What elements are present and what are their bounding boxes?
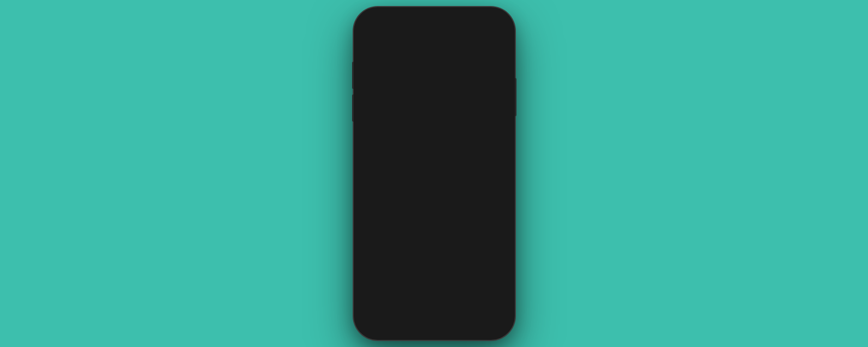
download-icon: ⬇ — [445, 160, 450, 166]
yt-logo: YouTube — [366, 20, 441, 29]
buzzfeed-avatar[interactable]: V — [365, 267, 381, 284]
svg-line-2 — [480, 26, 483, 28]
ad-rating-row: Ad 4.7 ★★★★½ FREE — [385, 142, 492, 148]
video-more-icon[interactable]: ⋮ — [496, 267, 504, 276]
instagram-icon — [365, 127, 381, 143]
install-button[interactable]: INSTALL ⬇ — [365, 156, 504, 171]
cop-body — [373, 208, 400, 263]
cop-figure — [367, 192, 406, 263]
heart-icon: ♥ — [427, 75, 441, 99]
ad-more-icon[interactable]: ⋮ — [496, 127, 504, 135]
whos-high-text: WHO'S HIGH? — [465, 210, 501, 232]
video-thumbnail[interactable]: WHO'S HIGH? 9:42 — [359, 178, 509, 263]
nav-subscriptions[interactable]: ☰ Subscriptions — [449, 308, 479, 324]
subscriptions-label: Subscriptions — [451, 319, 477, 324]
shorts-icon: ⚡ — [399, 308, 409, 318]
chip-explore-label: Explore — [377, 39, 395, 45]
yt-logo-icon — [366, 20, 379, 29]
svg-point-1 — [475, 21, 481, 27]
nav-add[interactable]: + — [419, 310, 449, 322]
install-btn-container: INSTALL ⬇ — [359, 153, 509, 178]
phone-wrapper: YouTube — [354, 7, 515, 340]
bystander-1 — [441, 198, 460, 263]
library-label: Library — [487, 319, 501, 324]
library-icon: ▤ — [490, 308, 498, 318]
cop-head — [376, 189, 397, 211]
chip-game-shows[interactable]: Game shows — [425, 37, 467, 48]
ad-rating-text: 4.7 — [396, 142, 402, 148]
home-label: Home — [368, 319, 379, 324]
search-icon[interactable] — [473, 19, 484, 30]
nav-home[interactable]: ⌂ Home — [359, 308, 389, 324]
bystander-1-body — [443, 214, 457, 263]
yt-scroll: ♥ ▐▐ 0:03 Crea un perfil hoy | Instagram… — [359, 51, 509, 304]
filter-bar: Explore All Game shows Wood — [359, 34, 509, 51]
ad-duration-badge: 0:03 — [493, 113, 506, 119]
shorts-label: Shorts — [397, 319, 410, 324]
bottom-nav: ⌂ Home ⚡ Shorts + ☰ Subscriptions ▤ Libr… — [359, 304, 509, 331]
ad-info: Crea un perfil hoy | Instagram Satisface… — [359, 122, 509, 153]
video-title: Retired Police Officer Guesses Who's Hig… — [385, 267, 492, 283]
video-text: Retired Police Officer Guesses Who's Hig… — [385, 267, 492, 290]
chip-wood-label: Wood — [476, 39, 490, 45]
chip-wood[interactable]: Wood — [471, 37, 496, 48]
yt-logo-text: YouTube — [381, 20, 410, 29]
video-meta: BuzzFeedVideo · 4.9M views · 1 year ago — [385, 284, 492, 290]
ad-text: Crea un perfil hoy | Instagram Satisface… — [385, 127, 492, 148]
avatar[interactable]: B — [490, 18, 503, 31]
youtube-app: YouTube — [359, 13, 509, 334]
chip-game-shows-label: Game shows — [430, 39, 462, 45]
bell-icon[interactable] — [457, 19, 468, 30]
chip-all-label: All — [409, 39, 415, 45]
ad-stars-icon: ★★★★½ — [405, 142, 426, 148]
ad-bars-icon: ▐▐ — [486, 113, 493, 119]
ad-thumbnail: ♥ ▐▐ 0:03 — [359, 51, 509, 122]
video-duration-badge: 9:42 — [493, 253, 506, 260]
nav-shorts[interactable]: ⚡ Shorts — [389, 308, 419, 324]
cast-icon[interactable] — [441, 19, 451, 30]
home-indicator — [412, 331, 456, 332]
yt-header: YouTube — [359, 13, 509, 34]
chip-explore[interactable]: Explore — [365, 37, 401, 48]
video-info: V Retired Police Officer Guesses Who's H… — [359, 263, 509, 294]
header-icons: B — [441, 18, 503, 31]
nav-library[interactable]: ▤ Library — [479, 308, 509, 324]
ad-badge: Ad — [385, 143, 394, 148]
subscriptions-icon: ☰ — [460, 308, 468, 318]
bystander-1-head — [443, 201, 458, 217]
phone-screen: YouTube — [359, 13, 509, 334]
add-icon: + — [428, 310, 440, 322]
chip-all[interactable]: All — [404, 37, 421, 48]
home-icon: ⌂ — [371, 308, 377, 318]
ad-subtitle: Satisface la curiosidad. — [385, 135, 492, 141]
ad-title: Crea un perfil hoy | Instagram — [385, 127, 492, 134]
ad-free-label: FREE — [428, 142, 441, 148]
